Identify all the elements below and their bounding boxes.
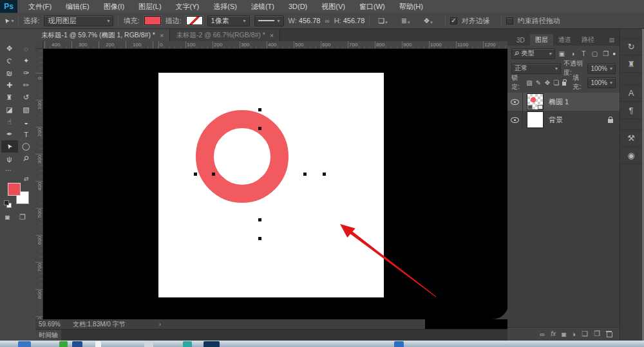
tool-presets-panel-icon[interactable]: ⚒ xyxy=(620,129,642,147)
taskbar-item[interactable] xyxy=(144,341,153,347)
filter-adjustment-layers-icon[interactable]: ◑ xyxy=(569,49,577,59)
path-anchor-point[interactable] xyxy=(194,173,197,176)
height-field[interactable]: H: 456.78 xyxy=(334,17,365,24)
path-anchor-point[interactable] xyxy=(258,108,261,111)
ellipse-ring-shape[interactable] xyxy=(196,110,289,203)
stroke-type-dropdown[interactable]: ▾ xyxy=(254,15,284,26)
default-colors-icon[interactable] xyxy=(4,200,12,208)
quick-mask-icon[interactable]: ◙ xyxy=(5,213,10,221)
switch-colors-icon[interactable]: ⇄ xyxy=(24,176,29,182)
layer-thumbnail[interactable] xyxy=(527,111,544,128)
lock-pixels-icon[interactable]: ✎ xyxy=(535,78,542,88)
visibility-cell[interactable] xyxy=(507,111,523,129)
clone-source-panel-icon[interactable]: ♜ xyxy=(620,55,642,73)
path-anchor-point[interactable] xyxy=(323,173,326,176)
layer-name[interactable]: 椭圆 1 xyxy=(549,97,569,107)
taskbar-item[interactable] xyxy=(72,341,82,347)
opacity-dropdown[interactable]: 100% ▾ xyxy=(587,63,616,74)
filter-shape-layers-icon[interactable]: ▢ xyxy=(591,49,599,59)
filter-image-layers-icon[interactable]: ▣ xyxy=(558,49,566,59)
history-panel-icon[interactable]: ↻ xyxy=(620,38,642,55)
path-anchor-point[interactable] xyxy=(258,127,261,130)
path-selection-tool[interactable]: ➤ xyxy=(1,140,18,153)
link-dimensions-icon[interactable]: ∞ xyxy=(325,17,330,24)
close-icon[interactable]: × xyxy=(160,32,164,39)
edit-toolbar-icon[interactable]: ⋯ xyxy=(0,165,35,174)
add-layer-mask-icon[interactable]: ◙ xyxy=(562,330,566,338)
taskbar-item[interactable] xyxy=(95,341,101,347)
delete-layer-icon[interactable] xyxy=(606,330,612,337)
lock-all-icon[interactable] xyxy=(562,82,567,86)
constrain-path-checkbox[interactable] xyxy=(506,17,513,24)
tab-channels[interactable]: 通道 xyxy=(553,34,576,46)
menu-item-select[interactable]: 选择(S) xyxy=(206,0,244,13)
filter-type-dropdown[interactable]: ⚲ 类型 ▾ xyxy=(511,48,555,59)
type-tool[interactable]: T xyxy=(18,128,35,140)
tool-preset-dropdown[interactable]: ➤ ▾ xyxy=(4,17,14,24)
brush-tool[interactable]: ✏ xyxy=(18,79,35,91)
filter-toggle-icon[interactable]: ● xyxy=(612,51,616,57)
path-operations-button[interactable]: ❏ ▾ xyxy=(378,17,387,25)
filter-type-layers-icon[interactable]: T xyxy=(580,49,588,59)
lasso-tool[interactable]: Ϛ xyxy=(1,55,18,67)
stroke-color-swatch[interactable] xyxy=(186,16,203,25)
menu-item-filter[interactable]: 滤镜(T) xyxy=(244,0,281,13)
screen-mode-icon[interactable]: ❐ xyxy=(19,213,26,221)
pen-tool[interactable]: ✒ xyxy=(1,128,18,140)
tab-layers[interactable]: 图层 xyxy=(530,34,553,46)
lock-artboard-icon[interactable]: ❏ xyxy=(553,78,560,88)
align-edges-checkbox[interactable]: ✓ xyxy=(450,17,457,24)
lock-position-icon[interactable]: ✥ xyxy=(544,78,551,88)
hand-tool[interactable]: ψ xyxy=(1,153,18,165)
menu-item-edit[interactable]: 编辑(E) xyxy=(59,0,97,13)
menu-item-3d[interactable]: 3D(D) xyxy=(281,0,314,13)
menu-item-file[interactable]: 文件(F) xyxy=(21,0,59,13)
panel-menu-icon[interactable]: ▤ xyxy=(609,37,614,43)
menu-item-window[interactable]: 窗口(W) xyxy=(352,0,392,13)
tab-3d[interactable]: 3D xyxy=(511,34,530,46)
blend-mode-dropdown[interactable]: 正常 ▾ xyxy=(511,63,561,74)
filter-smart-object-icon[interactable]: ❐ xyxy=(601,49,610,59)
document-tab-2[interactable]: 未标题-2 @ 66.7%(RGB/8#) * × xyxy=(170,29,280,41)
layer-name[interactable]: 背景 xyxy=(549,115,563,125)
eraser-tool[interactable]: ◪ xyxy=(1,104,18,116)
select-mode-dropdown[interactable]: 现用图层 ▾ xyxy=(44,15,113,26)
eyedropper-tool[interactable]: ✑ xyxy=(18,67,35,79)
marquee-tool[interactable]: ◌ xyxy=(18,42,35,55)
fill-color-swatch[interactable] xyxy=(144,16,161,25)
menu-item-help[interactable]: 帮助(H) xyxy=(392,0,430,13)
windows-taskbar[interactable] xyxy=(0,341,644,347)
menu-item-image[interactable]: 图像(I) xyxy=(97,0,131,13)
layer-row-background[interactable]: 背景 xyxy=(507,111,620,129)
document-tab-1[interactable]: 未标题-1 @ 59.7% (椭圆 1, RGB/8#) * × xyxy=(35,29,170,41)
healing-brush-tool[interactable]: ✚ xyxy=(1,79,18,91)
menu-item-layer[interactable]: 图层(L) xyxy=(131,0,168,13)
layer-thumbnail[interactable] xyxy=(527,93,544,110)
foreground-color-swatch[interactable] xyxy=(8,183,21,196)
adjustment-layer-icon[interactable]: ◑ xyxy=(572,330,576,338)
layer-row-ellipse[interactable]: 椭圆 1 xyxy=(507,93,620,111)
move-tool[interactable]: ✥ xyxy=(1,42,18,55)
taskbar-item[interactable] xyxy=(183,341,192,347)
lock-transparent-icon[interactable]: ▨ xyxy=(526,78,533,88)
path-anchor-point[interactable] xyxy=(258,237,261,240)
new-layer-icon[interactable]: ❐ xyxy=(594,330,600,338)
taskbar-item[interactable] xyxy=(204,341,220,347)
magic-wand-tool[interactable]: ✦ xyxy=(18,55,35,67)
ellipse-tool[interactable]: ◯ xyxy=(18,140,35,153)
timeline-tab[interactable]: 时间轴 xyxy=(35,330,61,341)
path-alignment-button[interactable]: ≣ ▾ xyxy=(401,17,410,25)
clone-stamp-tool[interactable]: ♜ xyxy=(1,91,18,104)
zoom-level[interactable]: 59.69% xyxy=(35,321,73,328)
smudge-tool[interactable]: ☝ xyxy=(1,116,18,128)
status-chevron-icon[interactable]: › xyxy=(159,321,161,328)
menu-item-type[interactable]: 文字(Y) xyxy=(169,0,207,13)
character-panel-icon[interactable]: A xyxy=(620,84,642,102)
stroke-width-dropdown[interactable]: 1像素 ▾ xyxy=(207,15,250,26)
paragraph-panel-icon[interactable]: ¶ xyxy=(620,102,642,119)
taskbar-item[interactable] xyxy=(59,341,68,347)
close-icon[interactable]: × xyxy=(270,32,274,39)
fill-opacity-dropdown[interactable]: 100% ▾ xyxy=(587,77,616,88)
history-brush-tool[interactable]: ↺ xyxy=(18,91,35,104)
path-anchor-point[interactable] xyxy=(303,173,307,176)
